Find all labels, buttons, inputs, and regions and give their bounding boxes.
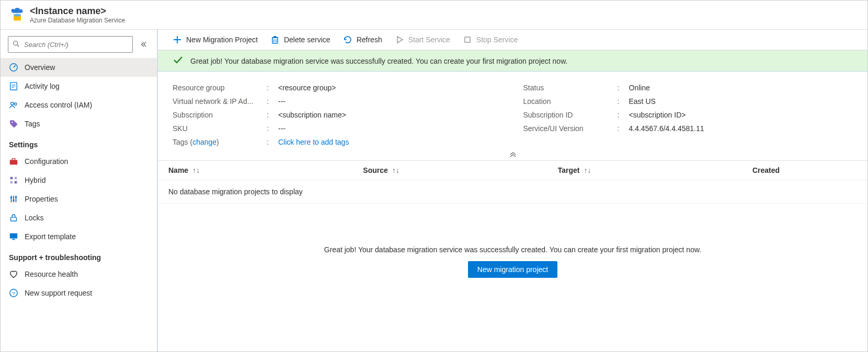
prop-label-sku: SKU: [173, 124, 267, 133]
toolbox-icon: [9, 157, 18, 166]
prop-value-location: East US: [629, 97, 656, 105]
sidebar-item-tags[interactable]: Tags: [1, 114, 157, 133]
toolbar-label: Start Service: [408, 36, 450, 44]
sidebar-item-label: Access control (IAM): [25, 101, 92, 109]
resource-properties: Resource group : <resource group> Virtua…: [158, 72, 867, 151]
projects-table: Name ↑↓ Source ↑↓ Target ↑↓ Created: [158, 160, 867, 204]
sidebar-item-label: Activity log: [25, 82, 60, 90]
toolbar: New Migration Project Delete service Ref…: [158, 30, 867, 50]
svg-rect-26: [12, 239, 15, 240]
empty-state-text: Great job! Your database migration servi…: [324, 245, 701, 254]
trash-icon: [270, 35, 280, 44]
sidebar-item-access-control[interactable]: Access control (IAM): [1, 96, 157, 114]
svg-line-3: [17, 44, 19, 46]
sidebar-item-locks[interactable]: Locks: [1, 208, 157, 227]
sidebar: Overview Activity log Access control (IA…: [1, 30, 157, 351]
svg-rect-15: [15, 177, 17, 180]
search-input[interactable]: [24, 41, 128, 49]
search-icon: [13, 40, 20, 49]
prop-label-version: Service/UI Version: [523, 124, 618, 133]
sidebar-item-label: Export template: [25, 232, 76, 241]
sidebar-item-properties[interactable]: Properties: [1, 190, 157, 208]
new-migration-project-button[interactable]: New Migration Project: [173, 35, 258, 44]
svg-point-23: [15, 196, 17, 198]
sidebar-item-label: Properties: [25, 195, 58, 203]
grid-icon: [9, 175, 18, 185]
sidebar-item-label: Resource health: [25, 270, 78, 278]
search-input-wrap[interactable]: [8, 36, 133, 53]
svg-rect-17: [15, 181, 17, 184]
svg-point-2: [14, 41, 18, 45]
svg-text:?: ?: [12, 290, 15, 296]
sidebar-item-export-template[interactable]: Export template: [1, 227, 157, 246]
prop-label-vnet: Virtual network & IP Ad...: [173, 97, 267, 105]
banner-text: Great job! Your database migration servi…: [190, 57, 567, 65]
collapse-properties-button[interactable]: [158, 151, 867, 160]
svg-point-1: [14, 14, 21, 16]
prop-value-vnet: ---: [278, 97, 285, 105]
table-empty-message: No database migration projects to displa…: [158, 180, 867, 204]
toolbar-label: Stop Service: [476, 36, 518, 44]
play-icon: [395, 35, 404, 44]
sidebar-section-settings: Settings: [1, 133, 157, 152]
column-header-created[interactable]: Created: [752, 166, 857, 174]
prop-value-subscription: <subscription name>: [278, 111, 346, 119]
add-tags-link[interactable]: Click here to add tags: [278, 138, 349, 146]
log-icon: [9, 81, 18, 91]
help-icon: ?: [9, 288, 18, 298]
monitor-icon: [9, 232, 18, 241]
svg-rect-30: [465, 37, 470, 42]
sidebar-item-label: Overview: [25, 63, 55, 72]
prop-label-subscription: Subscription: [173, 111, 267, 119]
prop-value-version: 4.4.4567.6/4.4.4581.11: [629, 124, 704, 133]
sort-icon: ↑↓: [392, 166, 399, 174]
prop-value-resource-group: <resource group>: [278, 84, 336, 92]
new-migration-project-cta-button[interactable]: New migration project: [468, 261, 557, 278]
sidebar-item-label: Tags: [25, 120, 40, 128]
tag-icon: [9, 119, 18, 128]
sort-icon: ↑↓: [192, 166, 200, 174]
success-banner: Great job! Your database migration servi…: [158, 50, 867, 72]
page-header: <Instance name> Azure Database Migration…: [1, 1, 867, 30]
sidebar-item-configuration[interactable]: Configuration: [1, 152, 157, 171]
svg-rect-29: [272, 38, 278, 43]
empty-state: Great job! Your database migration servi…: [158, 245, 867, 278]
change-tags-link[interactable]: change: [192, 138, 216, 146]
prop-label-tags: Tags (change): [173, 138, 267, 146]
stop-service-button: Stop Service: [463, 35, 518, 44]
refresh-button[interactable]: Refresh: [343, 35, 382, 44]
gauge-icon: [9, 63, 18, 72]
sidebar-item-new-support-request[interactable]: ? New support request: [1, 284, 157, 302]
svg-rect-25: [10, 233, 17, 239]
svg-rect-14: [10, 177, 13, 180]
column-header-target[interactable]: Target ↑↓: [558, 166, 752, 174]
stop-icon: [463, 35, 472, 44]
toolbar-label: Refresh: [357, 36, 382, 44]
svg-point-9: [11, 102, 14, 105]
collapse-sidebar-button[interactable]: [137, 38, 150, 51]
main-content: New Migration Project Delete service Ref…: [157, 30, 867, 351]
prop-label-location: Location: [523, 97, 618, 105]
sidebar-item-label: Locks: [25, 214, 44, 222]
prop-label-status: Status: [523, 84, 618, 92]
svg-point-10: [14, 103, 16, 105]
sort-icon: ↑↓: [584, 166, 591, 174]
sidebar-item-activity-log[interactable]: Activity log: [1, 77, 157, 96]
sidebar-section-support: Support + troubleshooting: [1, 246, 157, 265]
column-header-source[interactable]: Source ↑↓: [363, 166, 557, 174]
delete-service-button[interactable]: Delete service: [270, 35, 330, 44]
sidebar-item-label: Hybrid: [25, 176, 45, 184]
svg-rect-24: [11, 217, 17, 221]
prop-value-status: Online: [629, 84, 650, 92]
lock-icon: [9, 213, 18, 222]
sidebar-item-label: Configuration: [25, 157, 68, 166]
service-icon: [10, 8, 25, 22]
column-header-name[interactable]: Name ↑↓: [168, 166, 363, 174]
sidebar-item-hybrid[interactable]: Hybrid: [1, 171, 157, 190]
svg-rect-13: [12, 159, 15, 161]
prop-value-sku: ---: [278, 124, 285, 133]
sidebar-item-overview[interactable]: Overview: [1, 58, 157, 77]
sidebar-item-resource-health[interactable]: Resource health: [1, 265, 157, 284]
heart-icon: [9, 269, 18, 279]
sliders-icon: [9, 194, 18, 204]
